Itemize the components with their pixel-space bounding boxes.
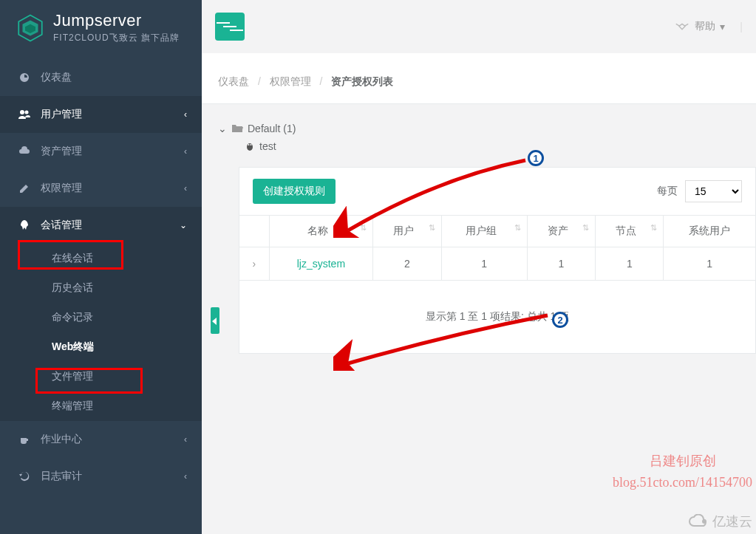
watermark-author: 吕建钊原创 blog.51cto.com/14154700 xyxy=(613,451,752,493)
handshake-icon xyxy=(674,20,690,33)
table-row: › ljz_system 2 1 1 1 1 xyxy=(239,247,755,281)
results-summary: 显示第 1 至 1 项结果; 总共 1 项 xyxy=(239,281,755,353)
col-expand xyxy=(239,216,269,247)
cell-sysuser: 1 xyxy=(664,247,755,281)
submenu-history[interactable]: 历史会话 xyxy=(0,273,202,303)
crumb-perms[interactable]: 权限管理 xyxy=(270,75,311,87)
cell-name[interactable]: ljz_system xyxy=(269,247,373,281)
svg-point-4 xyxy=(251,144,252,146)
sort-icon: ⇅ xyxy=(514,225,521,230)
perm-table: 名称⇅ 用户⇅ 用户组⇅ 资产⇅ 节点⇅ 系统用户 › ljz_system 2… xyxy=(239,216,755,281)
submenu-webterminal[interactable]: Web终端 xyxy=(0,332,202,362)
cell-asset: 1 xyxy=(527,247,595,281)
svg-point-3 xyxy=(248,144,250,146)
sidebar-item-assets[interactable]: 资产管理‹ xyxy=(0,133,202,170)
expand-row-button[interactable]: › xyxy=(239,247,269,281)
svg-point-2 xyxy=(247,143,253,151)
sidebar-item-sessions[interactable]: 会话管理⌄ xyxy=(0,207,202,244)
tree-child-label: test xyxy=(259,140,276,152)
table-header-row: 名称⇅ 用户⇅ 用户组⇅ 资产⇅ 节点⇅ 系统用户 xyxy=(239,216,755,247)
panel: 创建授权规则 每页 15 名称⇅ 用户⇅ 用户组⇅ 资产⇅ 节点⇅ 系统用户 › xyxy=(239,167,756,354)
chevron-left-icon: ‹ xyxy=(184,146,187,157)
content: ⌄ Default (1) test 创建授权规则 每页 15 xyxy=(202,104,756,354)
brand-subtitle: FIT2CLOUD飞致云 旗下品牌 xyxy=(53,32,180,44)
cell-node: 1 xyxy=(596,247,664,281)
rocket-icon xyxy=(18,219,32,231)
sort-icon: ⇅ xyxy=(360,225,367,230)
submenu-terminals[interactable]: 终端管理 xyxy=(0,391,202,421)
svg-point-5 xyxy=(702,519,706,524)
sidebar-label-audit: 日志审计 xyxy=(41,470,82,483)
sidebar-item-perms[interactable]: 权限管理‹ xyxy=(0,170,202,207)
sidebar-label-dashboard: 仪表盘 xyxy=(41,71,72,84)
coffee-icon xyxy=(18,434,32,445)
cloud-logo-icon xyxy=(688,514,709,529)
col-asset[interactable]: 资产⇅ xyxy=(527,216,595,247)
tree-root-label: Default (1) xyxy=(248,123,296,134)
svg-point-0 xyxy=(20,110,24,114)
page-size-label: 每页 xyxy=(657,185,678,198)
chevron-down-icon: ⌄ xyxy=(180,220,187,230)
sidebar-label-sessions: 会话管理 xyxy=(41,219,82,232)
help-label: 帮助 xyxy=(695,20,715,33)
sessions-submenu: 在线会话 历史会话 命令记录 Web终端 文件管理 终端管理 xyxy=(0,244,202,421)
sidebar-label-users: 用户管理 xyxy=(41,108,82,121)
caret-down-icon: ▾ xyxy=(720,21,725,32)
sidebar-label-jobs: 作业中心 xyxy=(41,433,82,446)
sidebar-item-audit[interactable]: 日志审计‹ xyxy=(0,458,202,495)
sidebar-item-dashboard[interactable]: 仪表盘 xyxy=(0,59,202,96)
col-name[interactable]: 名称⇅ xyxy=(269,216,373,247)
sidebar-item-users[interactable]: 用户管理‹ xyxy=(0,96,202,133)
sidebar-nav: 仪表盘 用户管理‹ 资产管理‹ 权限管理‹ 会话管理⌄ 在线会话 历史会话 命令… xyxy=(0,59,202,495)
folder-open-icon xyxy=(231,123,243,134)
create-rule-button[interactable]: 创建授权规则 xyxy=(253,179,336,204)
history-icon xyxy=(18,470,32,482)
sidebar-label-perms: 权限管理 xyxy=(41,182,82,195)
linux-icon xyxy=(245,141,255,151)
chevron-left-icon: ‹ xyxy=(184,109,187,120)
col-group[interactable]: 用户组⇅ xyxy=(441,216,527,247)
cell-group: 1 xyxy=(441,247,527,281)
page-size-control: 每页 15 xyxy=(657,180,742,202)
crumb-sep: / xyxy=(320,75,323,87)
tree-area: ⌄ Default (1) test xyxy=(202,115,756,167)
edit-icon xyxy=(18,182,32,194)
sidebar: Jumpserver FIT2CLOUD飞致云 旗下品牌 仪表盘 用户管理‹ 资… xyxy=(0,0,202,534)
cell-user: 2 xyxy=(373,247,441,281)
logo-icon xyxy=(15,13,46,44)
crumb-dashboard[interactable]: 仪表盘 xyxy=(218,75,249,87)
sidebar-item-jobs[interactable]: 作业中心‹ xyxy=(0,421,202,458)
crumb-sep: / xyxy=(258,75,261,87)
logo-area[interactable]: Jumpserver FIT2CLOUD飞致云 旗下品牌 xyxy=(0,0,202,59)
tree-root-node[interactable]: ⌄ Default (1) xyxy=(218,123,740,134)
panel-toolbar: 创建授权规则 每页 15 xyxy=(239,168,755,216)
submenu-commands[interactable]: 命令记录 xyxy=(0,303,202,332)
sort-icon: ⇅ xyxy=(429,225,435,230)
chevron-left-icon: ‹ xyxy=(184,434,187,445)
users-icon xyxy=(18,109,32,120)
topbar: 帮助 ▾ | xyxy=(202,0,756,53)
chevron-down-icon: ⌄ xyxy=(218,123,227,134)
submenu-online[interactable]: 在线会话 xyxy=(0,244,202,273)
annotation-badge-2: 2 xyxy=(552,312,568,328)
menu-toggle-button[interactable] xyxy=(215,13,245,41)
watermark-cloud: 亿速云 xyxy=(688,513,752,530)
submenu-files[interactable]: 文件管理 xyxy=(0,362,202,391)
help-link[interactable]: 帮助 ▾ xyxy=(674,20,725,33)
sort-icon: ⇅ xyxy=(582,225,589,230)
dashboard-icon xyxy=(18,72,32,83)
tree-child-node[interactable]: test xyxy=(245,140,740,152)
col-sysuser[interactable]: 系统用户 xyxy=(664,216,755,247)
chevron-left-icon: ‹ xyxy=(184,471,187,482)
col-user[interactable]: 用户⇅ xyxy=(373,216,441,247)
collapse-tree-button[interactable] xyxy=(211,307,219,334)
page-size-select[interactable]: 15 xyxy=(685,180,742,202)
main-area: 帮助 ▾ | 仪表盘 / 权限管理 / 资产授权列表 ⌄ Default (1)… xyxy=(202,0,756,534)
divider: | xyxy=(740,21,743,32)
svg-point-1 xyxy=(25,111,29,114)
breadcrumb-row: 仪表盘 / 权限管理 / 资产授权列表 xyxy=(202,53,756,104)
crumb-current: 资产授权列表 xyxy=(331,75,393,87)
cloud-icon xyxy=(18,146,32,157)
brand-name: Jumpserver xyxy=(53,11,180,30)
col-node[interactable]: 节点⇅ xyxy=(596,216,664,247)
